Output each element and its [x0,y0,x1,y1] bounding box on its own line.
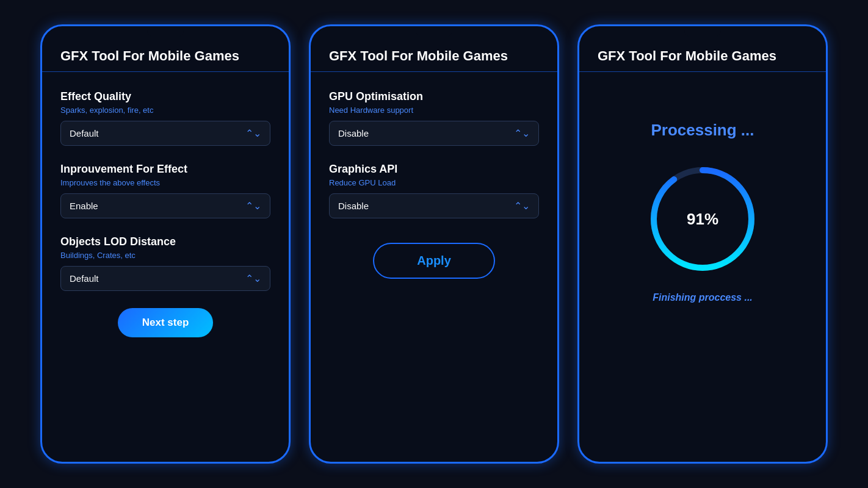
side-btn-top-1 [289,99,291,130]
effect-quality-value: Default [70,128,99,138]
apply-button[interactable]: Apply [373,243,495,279]
processing-title: Processing ... [651,121,754,140]
gpu-sublabel: Need Hardware support [329,106,539,115]
divider-3 [579,71,826,72]
divider-1 [42,71,289,72]
app-title-2: GFX Tool For Mobile Games [311,37,557,71]
left-btn-2 [40,145,42,170]
phone-frame-1: GFX Tool For Mobile Games Effect Quality… [40,24,291,464]
setting-section-effect-quality: Effect Quality Sparks, explosion, fire, … [60,90,270,146]
finishing-text: Finishing proccess ... [653,292,753,303]
setting-section-gpu: GPU Optimisation Need Hardware support D… [329,90,539,146]
lod-dropdown[interactable]: Default ⌃⌄ [60,266,270,291]
setting-section-graphics-api: Graphics API Reduce GPU Load Disable ⌃⌄ [329,163,539,218]
chevron-icon-3: ⌃⌄ [245,273,261,284]
improvement-dropdown[interactable]: Enable ⌃⌄ [60,193,270,218]
phone-notch-1 [147,26,184,37]
chevron-icon-2: ⌃⌄ [245,200,261,212]
improvement-sublabel: Improuves the above effects [60,178,270,187]
left-btn-4 [309,145,311,170]
phone-notch-3 [684,26,721,37]
side-btn-mid-1 [289,142,291,173]
effect-quality-label: Effect Quality [60,90,270,103]
next-step-button[interactable]: Next step [118,308,214,337]
side-btn-top-3 [826,99,828,130]
graphics-api-dropdown[interactable]: Disable ⌃⌄ [329,193,539,218]
progress-ring: 91% [648,164,758,274]
app-title-3: GFX Tool For Mobile Games [579,37,826,71]
gpu-label: GPU Optimisation [329,90,539,103]
lod-label: Objects LOD Distance [60,235,270,248]
phone-content-2: GPU Optimisation Need Hardware support D… [311,84,557,297]
side-btn-top-2 [557,99,559,130]
effect-quality-dropdown[interactable]: Default ⌃⌄ [60,121,270,146]
lod-value: Default [70,273,99,284]
left-btn-3 [309,112,311,136]
improvement-label: Inprouvement For Effect [60,163,270,176]
side-btn-mid-2 [557,142,559,173]
phone-content-1: Effect Quality Sparks, explosion, fire, … [42,84,289,356]
left-btn-1 [40,112,42,136]
gpu-dropdown[interactable]: Disable ⌃⌄ [329,121,539,146]
phone-frame-2: GFX Tool For Mobile Games GPU Optimisati… [309,24,559,464]
chevron-icon: ⌃⌄ [245,127,261,139]
gpu-value: Disable [338,128,369,138]
setting-section-improvement: Inprouvement For Effect Improuves the ab… [60,163,270,218]
setting-section-lod: Objects LOD Distance Buildings, Crates, … [60,235,270,291]
graphics-api-sublabel: Reduce GPU Load [329,178,539,187]
effect-quality-sublabel: Sparks, explosion, fire, etc [60,106,270,115]
chevron-icon-5: ⌃⌄ [514,200,530,212]
app-title-1: GFX Tool For Mobile Games [42,37,289,71]
phone-notch-2 [416,26,452,37]
graphics-api-value: Disable [338,201,369,211]
chevron-icon-4: ⌃⌄ [514,127,530,139]
progress-percent: 91% [687,210,718,229]
divider-2 [311,71,557,72]
left-btn-6 [577,145,579,170]
improvement-value: Enable [70,201,98,211]
phone-frame-3: GFX Tool For Mobile Games Processing ...… [577,24,828,464]
left-btn-5 [577,112,579,136]
processing-container: Processing ... 91% Finishing proccess ..… [579,84,826,315]
graphics-api-label: Graphics API [329,163,539,176]
side-btn-mid-3 [826,142,828,173]
lod-sublabel: Buildings, Crates, etc [60,251,270,260]
